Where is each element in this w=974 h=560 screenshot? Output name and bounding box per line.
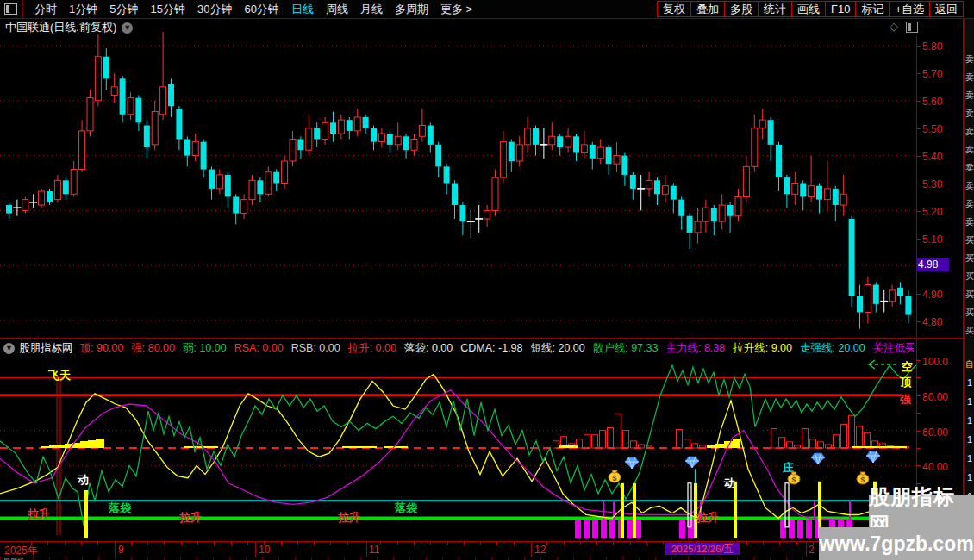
price-label-5.30: 5.30 (922, 178, 942, 190)
week-tick (796, 542, 797, 545)
month-separator (806, 542, 807, 557)
param-强: 强: 80.00 (131, 342, 175, 354)
signal-label-动: 动 (723, 476, 735, 489)
indicator-tick (916, 465, 921, 466)
price-tick (916, 46, 921, 47)
strip-char: 卖 (965, 122, 974, 140)
price-tick (916, 156, 921, 157)
collapse-icon[interactable]: ▼ (3, 343, 15, 354)
period-tab-多周期[interactable]: 多周期 (395, 2, 428, 17)
period-tab-30分钟[interactable]: 30分钟 (197, 2, 232, 17)
last-price-tag: 4.98 (916, 258, 949, 271)
param-散户线: 散户线: 97.33 (593, 342, 659, 354)
cut-off-text: 股朋指 (3, 557, 24, 560)
week-tick (613, 542, 614, 545)
month-separator (531, 542, 532, 557)
strip-char: 卖 (965, 159, 974, 177)
stock-title: 中国联通(日线.前复权) (5, 20, 116, 35)
week-tick (97, 542, 98, 545)
strip-char: 卖 (965, 213, 974, 231)
indicator-axis-label-100.0: 100.0 (922, 356, 948, 368)
diamond-outline-icon[interactable]: ◇ (890, 20, 898, 33)
week-tick (564, 542, 565, 545)
toolbar-button-叠加[interactable]: 叠加 (690, 1, 725, 17)
param-RSA: RSA: 0.00 (234, 342, 284, 354)
week-tick (347, 542, 348, 545)
week-tick (147, 542, 148, 545)
param-落袋: 落袋: 0.00 (404, 342, 453, 354)
period-tab-月线[interactable]: 月线 (360, 2, 383, 17)
indicator-tick (916, 360, 921, 361)
toolbar-button-返回[interactable]: 返回 (929, 1, 964, 17)
window-icon[interactable] (906, 22, 918, 33)
period-tab-5分钟[interactable]: 5分钟 (109, 2, 138, 17)
panel-divider (0, 338, 963, 339)
month-label-11: 11 (369, 544, 379, 556)
toolbar-button-多股[interactable]: 多股 (724, 1, 759, 17)
week-tick (763, 542, 764, 545)
week-tick (131, 542, 132, 545)
week-tick (546, 542, 547, 545)
candlestick-chart[interactable] (0, 26, 916, 339)
price-label-4.90: 4.90 (922, 289, 942, 301)
toolbar-button-+自选[interactable]: +自选 (889, 1, 930, 17)
strip-char: 卖 (965, 68, 974, 86)
period-tab-15分钟[interactable]: 15分钟 (150, 2, 184, 17)
month-label-9: 9 (118, 544, 124, 556)
month-label-10: 10 (259, 544, 270, 556)
week-tick (480, 542, 481, 545)
stock-title-row: 中国联通(日线.前复权) ▼ (5, 19, 133, 36)
watermark-url: www.7gpzb.com (819, 527, 974, 560)
indicator-header: ▼ 股朋指标网 顶: 90.00强: 80.00弱: 10.00RSA: 0.0… (0, 340, 914, 356)
period-tab-日线[interactable]: 日线 (291, 2, 314, 17)
week-tick (380, 542, 381, 545)
period-tab-分时[interactable]: 分时 (34, 2, 57, 17)
strip-char: 卖 (965, 86, 974, 104)
week-tick (813, 542, 814, 545)
price-tick (916, 184, 921, 184)
month-separator (366, 542, 367, 557)
week-tick (31, 542, 32, 545)
diamond-icon (811, 453, 825, 464)
price-tick (916, 73, 921, 74)
price-tick (916, 128, 921, 129)
indicator-axis-label-80.00: 80.00 (922, 391, 948, 403)
period-tab-1分钟[interactable]: 1分钟 (69, 2, 97, 17)
period-tab-60分钟[interactable]: 60分钟 (244, 2, 278, 17)
top-toolbar: 分时1分钟5分钟15分钟30分钟60分钟日线周线月线多周期更多 > 复权叠加多股… (0, 0, 974, 19)
chevron-down-icon[interactable]: ▼ (122, 22, 133, 34)
period-tab-更多 >[interactable]: 更多 > (440, 2, 472, 17)
strip-char: 卖 (965, 177, 974, 195)
strip-char: 买 (965, 285, 974, 303)
quote-strip[interactable]: 卖卖卖卖卖卖卖卖卖卖买买买买买买自1111111 (964, 19, 974, 560)
indicator-axis-label-40.00: 40.00 (922, 461, 948, 473)
strip-char: 买 (965, 231, 974, 249)
indicator-tick (916, 431, 921, 432)
week-tick (746, 542, 747, 545)
week-tick (247, 542, 248, 545)
toolbar-buttons: 复权叠加多股统计画线F10标记+自选返回 (658, 1, 964, 17)
week-tick (264, 542, 265, 545)
strip-char: 卖 (965, 140, 974, 159)
strip-num: 1 (965, 373, 974, 392)
toolbar-button-F10[interactable]: F10 (825, 1, 856, 17)
week-tick (281, 542, 282, 545)
week-tick (297, 542, 298, 545)
price-tick (916, 101, 921, 102)
indicator-chart[interactable]: 飞天动动落袋落袋拉升拉升拉升拉升庄空顶强$$$ (0, 357, 916, 541)
month-separator (255, 542, 256, 557)
signal-label-落袋: 落袋 (394, 501, 418, 514)
signal-label-顶: 顶 (900, 376, 912, 389)
svg-text:$: $ (860, 476, 865, 484)
price-label-5.80: 5.80 (922, 40, 942, 53)
signal-label-落袋: 落袋 (108, 501, 132, 514)
period-tab-周线[interactable]: 周线 (326, 2, 348, 17)
toolbar-button-画线[interactable]: 画线 (791, 1, 826, 17)
strip-char: 卖 (965, 50, 974, 68)
indicator-tick (916, 395, 921, 396)
toolbar-button-统计[interactable]: 统计 (758, 1, 792, 17)
week-tick (47, 542, 48, 545)
toolbar-button-标记[interactable]: 标记 (855, 1, 890, 17)
layout-icon[interactable] (4, 3, 17, 15)
toolbar-button-复权[interactable]: 复权 (657, 1, 691, 17)
